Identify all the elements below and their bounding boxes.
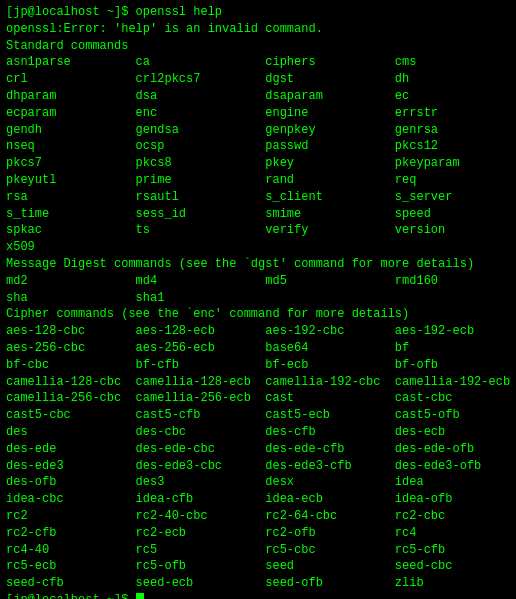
terminal-line: openssl:Error: 'help' is an invalid comm…	[6, 21, 510, 38]
terminal-line: idea-cbc idea-cfb idea-ecb idea-ofb	[6, 491, 510, 508]
terminal-line: bf-cbc bf-cfb bf-ecb bf-ofb	[6, 357, 510, 374]
terminal-line: aes-256-cbc aes-256-ecb base64 bf	[6, 340, 510, 357]
terminal-line: rc2 rc2-40-cbc rc2-64-cbc rc2-cbc	[6, 508, 510, 525]
terminal-line: md2 md4 md5 rmd160	[6, 273, 510, 290]
terminal-line: nseq ocsp passwd pkcs12	[6, 138, 510, 155]
terminal-cursor	[136, 593, 144, 599]
terminal-line: [jp@localhost ~]$ openssl help	[6, 4, 510, 21]
terminal-line: camellia-128-cbc camellia-128-ecb camell…	[6, 374, 510, 391]
terminal-line: spkac ts verify version	[6, 222, 510, 239]
terminal-line: gendh gendsa genpkey genrsa	[6, 122, 510, 139]
terminal-line: rc2-cfb rc2-ecb rc2-ofb rc4	[6, 525, 510, 542]
terminal-line: asn1parse ca ciphers cms	[6, 54, 510, 71]
terminal-line: cast5-cbc cast5-cfb cast5-ecb cast5-ofb	[6, 407, 510, 424]
terminal-line: x509	[6, 239, 510, 256]
terminal-line: aes-128-cbc aes-128-ecb aes-192-cbc aes-…	[6, 323, 510, 340]
terminal-line: crl crl2pkcs7 dgst dh	[6, 71, 510, 88]
terminal-line: [jp@localhost ~]$	[6, 592, 510, 599]
terminal-line: camellia-256-cbc camellia-256-ecb cast c…	[6, 390, 510, 407]
terminal-line: des des-cbc des-cfb des-ecb	[6, 424, 510, 441]
terminal-window: [jp@localhost ~]$ openssl helpopenssl:Er…	[0, 0, 516, 599]
terminal-line: des-ofb des3 desx idea	[6, 474, 510, 491]
terminal-line: rsa rsautl s_client s_server	[6, 189, 510, 206]
terminal-line: Cipher commands (see the `enc' command f…	[6, 306, 510, 323]
terminal-output: [jp@localhost ~]$ openssl helpopenssl:Er…	[6, 4, 510, 599]
terminal-line: seed-cfb seed-ecb seed-ofb zlib	[6, 575, 510, 592]
terminal-line: dhparam dsa dsaparam ec	[6, 88, 510, 105]
terminal-line: Standard commands	[6, 38, 510, 55]
terminal-line: sha sha1	[6, 290, 510, 307]
terminal-line: Message Digest commands (see the `dgst' …	[6, 256, 510, 273]
terminal-line: des-ede3 des-ede3-cbc des-ede3-cfb des-e…	[6, 458, 510, 475]
terminal-line: des-ede des-ede-cbc des-ede-cfb des-ede-…	[6, 441, 510, 458]
terminal-line: rc5-ecb rc5-ofb seed seed-cbc	[6, 558, 510, 575]
terminal-line: ecparam enc engine errstr	[6, 105, 510, 122]
terminal-line: pkeyutl prime rand req	[6, 172, 510, 189]
terminal-line: rc4-40 rc5 rc5-cbc rc5-cfb	[6, 542, 510, 559]
terminal-line: s_time sess_id smime speed	[6, 206, 510, 223]
terminal-line: pkcs7 pkcs8 pkey pkeyparam	[6, 155, 510, 172]
